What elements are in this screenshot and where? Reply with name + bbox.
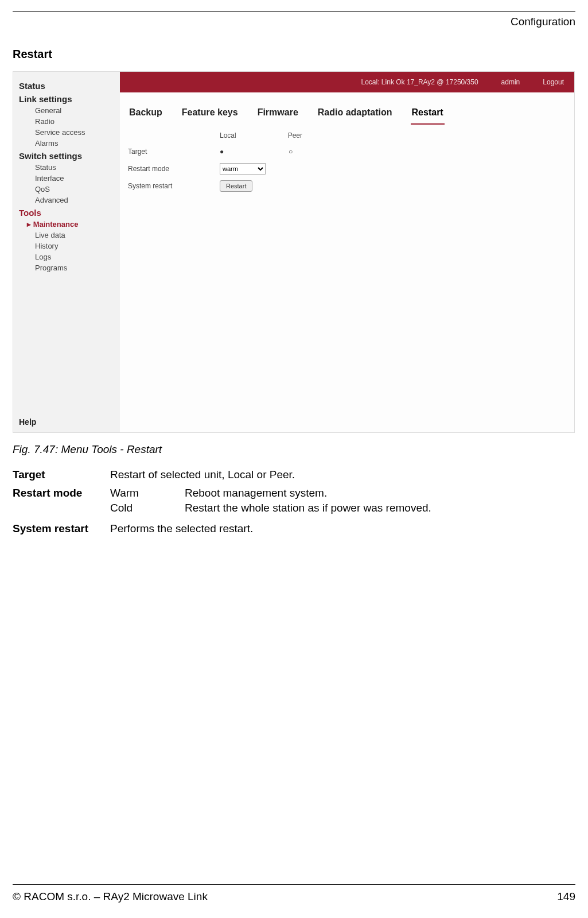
tab-restart[interactable]: Restart [411,105,445,125]
restart-button[interactable]: Restart [220,180,252,192]
topbar-user: admin [501,78,520,86]
restart-form: Local Peer Target ● ○ Restart mode warm … [128,131,568,195]
figure-caption: Fig. 7.47: Menu Tools - Restart [13,443,575,456]
definition-desc: Performs the selected restart. [110,522,575,535]
sidebar-item[interactable]: Link settings [19,94,114,104]
topbar: Local: Link Ok 17_RAy2 @ 17250/350 admin… [120,72,574,92]
sidebar-help[interactable]: Help [19,417,36,427]
sidebar-item[interactable]: Programs [35,264,114,272]
sidebar-item[interactable]: Switch settings [19,151,114,161]
footer-page-number: 149 [557,890,575,903]
page-footer: © RACOM s.r.o. – RAy2 Microwave Link 149 [13,884,575,903]
sidebar: StatusLink settingsGeneralRadioService a… [13,72,120,432]
definition-term: System restart [13,522,110,535]
definition-desc: WarmReboot management system.ColdRestart… [110,487,575,517]
screenshot-figure: StatusLink settingsGeneralRadioService a… [13,71,575,433]
topbar-status: Local: Link Ok 17_RAy2 @ 17250/350 [361,78,478,86]
target-local-radio[interactable]: ● [220,148,289,156]
col-local: Local [220,131,236,140]
definition-sub-val: Restart the whole station as if power wa… [185,502,431,514]
definition-sub-key: Warm [110,487,185,499]
tab-backup[interactable]: Backup [128,105,163,125]
sidebar-item[interactable]: Status [19,81,114,91]
tab-radio-adaptation[interactable]: Radio adaptation [317,105,394,125]
sidebar-item[interactable]: History [35,242,114,250]
sidebar-item[interactable]: Status [35,163,114,172]
sidebar-item[interactable]: Radio [35,117,114,126]
definition-sub-val: Reboot management system. [185,487,327,499]
sidebar-item[interactable]: Alarms [35,139,114,148]
sidebar-item[interactable]: Advanced [35,196,114,204]
footer-copyright: © RACOM s.r.o. – RAy2 Microwave Link [13,890,208,903]
target-peer-radio[interactable]: ○ [289,148,357,156]
sidebar-item[interactable]: Tools [19,208,114,218]
sidebar-item[interactable]: Service access [35,128,114,137]
section-heading: Restart [13,48,575,61]
sidebar-item[interactable]: Live data [35,231,114,239]
definition-desc: Restart of selected unit, Local or Peer. [110,468,575,481]
label-system-restart: System restart [128,182,220,190]
definition-sub-key: Cold [110,502,185,514]
sidebar-item[interactable]: Logs [35,253,114,261]
definition-term: Target [13,468,110,481]
label-target: Target [128,148,220,156]
sidebar-item[interactable]: QoS [35,185,114,193]
definition-list: TargetRestart of selected unit, Local or… [13,468,575,535]
topbar-logout[interactable]: Logout [543,78,564,86]
chapter-title: Configuration [13,12,575,36]
tab-firmware[interactable]: Firmware [256,105,299,125]
col-peer: Peer [288,131,302,140]
sidebar-item[interactable]: Interface [35,174,114,183]
sidebar-item[interactable]: General [35,106,114,115]
sidebar-item[interactable]: Maintenance [27,220,114,228]
label-restart-mode: Restart mode [128,165,220,173]
tabs: BackupFeature keysFirmwareRadio adaptati… [128,105,568,125]
tab-feature-keys[interactable]: Feature keys [181,105,239,125]
definition-term: Restart mode [13,487,110,499]
restart-mode-select[interactable]: warm [220,163,266,175]
